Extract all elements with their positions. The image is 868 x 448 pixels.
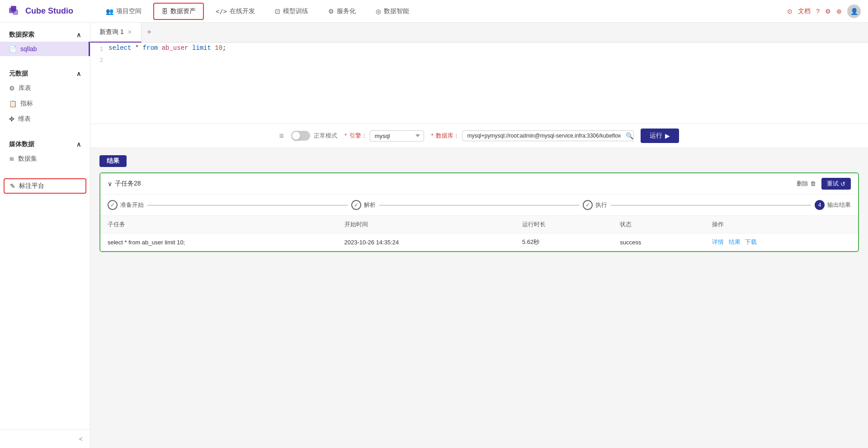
step-output-label: 输出结果 [827,201,851,209]
result-card-title-text: 子任务28 [115,180,141,188]
cell-actions: 详情 结果 下载 [705,234,858,251]
nav-item-project[interactable]: 👥 项目空间 [98,3,150,20]
nav-avatar[interactable]: 👤 [847,5,861,18]
model-train-icon: ⊡ [275,8,280,15]
tables-icon: ⚙ [9,85,15,92]
nav-help-btn[interactable]: ? [816,8,820,15]
query-tab-1[interactable]: 新查询 1 ✕ [90,23,142,43]
action-detail[interactable]: 详情 [712,238,724,245]
nav-item-online-dev[interactable]: </> 在线开发 [208,3,263,20]
result-card-actions: 删除 🗑 重试 ↺ [797,178,851,190]
add-tab-icon: + [147,28,152,37]
sidebar-collapse-icon-data-explore: ∧ [76,31,81,38]
sidebar-section-title-media: 媒体数据 [9,140,34,148]
avatar-icon: 👤 [850,8,858,15]
sidebar-item-annotate-platform[interactable]: ✎ 标注平台 [4,178,86,194]
sidebar-collapse-icon-media: ∧ [76,141,81,148]
cell-task: select * from ab_user limit 10; [100,234,337,251]
nav-user-icon[interactable]: ⊙ [787,8,793,15]
sidebar-item-sqllab[interactable]: 📄 sqllab [0,42,90,56]
sidebar-section-annotate: ✎ 标注平台 [0,172,90,200]
step-output: 4 输出结果 [815,200,851,210]
query-tab-add-button[interactable]: + [142,23,157,43]
nav-item-service[interactable]: ⚙ 服务化 [320,3,364,20]
col-header-status: 状态 [613,216,704,234]
nav-item-data-ai-label: 数据智能 [384,7,409,15]
nav-settings-btn[interactable]: ⚙ [825,8,831,15]
step-prepare-label: 准备开始 [120,201,144,209]
line-number-1: 1 [90,44,108,52]
nav-items: 👥 项目空间 🗄 数据资产 </> 在线开发 ⊡ 模型训练 ⚙ 服务化 ◎ 数据… [98,3,787,20]
sidebar-item-sqllab-label: sqllab [20,45,37,52]
sidebar-item-dimensions[interactable]: ✤ 维表 [0,111,90,127]
db-field-group: * 数据库： 🔍 [431,130,634,141]
nav-doc-btn[interactable]: 文档 [798,7,811,15]
nav-item-model-train[interactable]: ⊡ 模型训练 [267,3,316,20]
cell-duration: 5.62秒 [515,234,613,251]
result-card: ∨ 子任务28 删除 🗑 重试 ↺ [99,172,859,252]
project-icon: 👥 [106,8,113,15]
engine-select[interactable]: mysql postgresql spark [370,130,424,142]
results-area: 结果 ∨ 子任务28 删除 🗑 重试 [90,148,868,448]
sidebar-section-title-data-explore: 数据探索 [9,31,34,39]
sidebar-collapse-button[interactable]: < [79,435,83,443]
action-download[interactable]: 下载 [745,238,757,245]
editor-line-1: 1 select * from ab_user limit 10; [90,43,868,54]
sidebar-section-header-data-explore[interactable]: 数据探索 ∧ [0,28,90,42]
sidebar-section-header-media[interactable]: 媒体数据 ∧ [0,138,90,151]
query-tab-1-close-icon[interactable]: ✕ [127,29,132,35]
result-card-chevron-icon[interactable]: ∨ [108,180,112,187]
sidebar-section-media: 媒体数据 ∧ ≋ 数据集 [0,132,90,172]
toggle-track[interactable] [291,131,310,141]
step-parse-check: ✓ [351,200,361,210]
sql-editor[interactable]: 1 select * from ab_user limit 10; 2 [90,43,868,124]
annotate-platform-icon: ✎ [10,182,15,190]
nav-item-service-label: 服务化 [337,7,356,15]
mode-toggle[interactable]: 正常模式 [291,131,337,141]
nav-github-btn[interactable]: ⊛ [836,8,842,15]
step-prepare-check: ✓ [108,200,118,210]
step-parse-label: 解析 [364,201,376,209]
doc-label: 文档 [798,7,811,15]
nav-right: ⊙ 文档 ? ⚙ ⊛ 👤 [787,5,861,18]
retry-icon: ↺ [840,181,845,187]
col-header-start-time: 开始时间 [337,216,515,234]
sidebar-collapse-icon-metadata: ∧ [76,70,81,77]
dimensions-icon: ✤ [9,115,14,123]
metrics-icon: 📋 [9,100,17,107]
result-card-title: ∨ 子任务28 [108,180,141,188]
sqllab-icon: 📄 [9,45,17,52]
sidebar-item-datasets[interactable]: ≋ 数据集 [0,151,90,167]
sidebar-item-tables[interactable]: ⚙ 库表 [0,81,90,96]
data-ai-icon: ◎ [376,8,381,15]
action-result[interactable]: 结果 [729,238,741,245]
toolbar-menu-icon[interactable]: ≡ [279,131,284,141]
table-row: select * from ab_user limit 10; 2023-10-… [100,234,858,251]
db-search-icon[interactable]: 🔍 [626,132,633,139]
nav-item-model-train-label: 模型训练 [283,7,308,15]
top-nav: Cube Studio 👥 项目空间 🗄 数据资产 </> 在线开发 ⊡ 模型训… [0,0,868,23]
progress-steps: ✓ 准备开始 ✓ 解析 ✓ 执行 4 [100,195,858,216]
step-execute: ✓ 执行 [583,200,607,210]
sidebar-item-annotate-platform-label: 标注平台 [19,182,44,190]
delete-button[interactable]: 删除 🗑 [797,180,816,188]
run-button[interactable]: 运行 ▶ [641,129,679,143]
col-header-duration: 运行时长 [515,216,613,234]
nav-item-data-ai[interactable]: ◎ 数据智能 [368,3,417,20]
sidebar-item-metrics-label: 指标 [20,100,33,108]
sidebar-item-metrics[interactable]: 📋 指标 [0,96,90,111]
nav-item-online-dev-label: 在线开发 [230,7,255,15]
nav-item-data-asset[interactable]: 🗄 数据资产 [153,3,204,20]
online-dev-icon: </> [216,8,227,15]
service-icon: ⚙ [328,8,334,15]
step-execute-check: ✓ [583,200,593,210]
retry-button[interactable]: 重试 ↺ [821,178,851,190]
db-input[interactable] [462,130,634,141]
toggle-thumb [292,132,300,140]
sidebar-section-header-metadata[interactable]: 元数据 ∧ [0,67,90,81]
editor-code-2[interactable] [108,56,112,63]
sidebar-footer: < [0,429,90,448]
cell-status: success [613,234,704,251]
editor-code-1[interactable]: select * from ab_user limit 10; [108,44,226,52]
app-logo[interactable]: Cube Studio [7,4,98,19]
